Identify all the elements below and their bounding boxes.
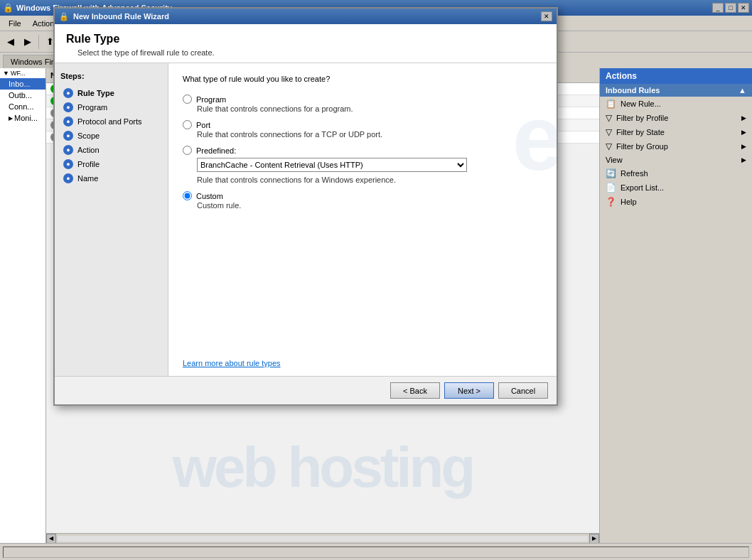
step-scope[interactable]: ● Scope — [60, 129, 162, 143]
step-rule-type[interactable]: ● Rule Type — [60, 86, 162, 100]
radio-option-predefined: Predefined: BranchCache - Content Retrie… — [183, 146, 542, 184]
radio-desc-predefined: Rule that controls connections for a Win… — [183, 176, 542, 184]
step-protocol-ports[interactable]: ● Protocol and Ports — [60, 114, 162, 129]
step-label-program: Program — [77, 103, 107, 112]
radio-input-predefined[interactable] — [183, 146, 192, 155]
radio-label-program[interactable]: Program — [183, 95, 542, 104]
radio-input-port[interactable] — [183, 120, 192, 129]
step-name[interactable]: ● Name — [60, 171, 162, 185]
content-question: What type of rule would you like to crea… — [183, 75, 542, 83]
radio-text-predefined: Predefined: — [196, 146, 236, 155]
learn-more-link[interactable]: Learn more about rule types — [183, 359, 281, 367]
dialog-title-icon: 🔒 — [59, 12, 69, 21]
step-label-action: Action — [77, 146, 100, 154]
wizard-page-subtitle: Select the type of firewall rule to crea… — [66, 48, 545, 57]
step-program[interactable]: ● Program — [60, 100, 162, 114]
step-bullet-profile: ● — [63, 159, 73, 169]
content-panel: e What type of rule would you like to cr… — [168, 63, 557, 376]
radio-group: Program Rule that controls connections f… — [183, 95, 542, 210]
steps-label: Steps: — [60, 72, 162, 80]
step-bullet-program: ● — [63, 102, 73, 112]
step-bullet-name: ● — [63, 173, 73, 183]
dialog-overlay: 🔒 New Inbound Rule Wizard ✕ Rule Type Se… — [0, 0, 752, 560]
radio-text-program: Program — [196, 95, 226, 104]
step-bullet-scope: ● — [63, 131, 73, 141]
dialog-title-bar: 🔒 New Inbound Rule Wizard ✕ — [55, 9, 557, 24]
step-label-scope: Scope — [77, 131, 100, 140]
radio-option-program: Program Rule that controls connections f… — [183, 95, 542, 113]
dialog-title-label: New Inbound Rule Wizard — [73, 12, 169, 21]
radio-desc-port: Rule that controls connections for a TCP… — [183, 130, 542, 139]
wizard-dialog: 🔒 New Inbound Rule Wizard ✕ Rule Type Se… — [53, 7, 558, 406]
next-button[interactable]: Next > — [444, 382, 494, 399]
dialog-close-button[interactable]: ✕ — [541, 11, 552, 21]
wizard-header: Rule Type Select the type of firewall ru… — [55, 24, 557, 63]
step-label-name: Name — [77, 174, 98, 183]
step-action[interactable]: ● Action — [60, 143, 162, 157]
predefined-dropdown-row: BranchCache - Content Retrieval (Uses HT… — [183, 158, 542, 172]
step-bullet-rule-type: ● — [63, 88, 73, 98]
step-label-rule-type: Rule Type — [77, 89, 114, 97]
step-label-protocol: Protocol and Ports — [77, 117, 142, 126]
step-profile[interactable]: ● Profile — [60, 157, 162, 171]
radio-option-custom: Custom Custom rule. — [183, 191, 542, 210]
wizard-body: Steps: ● Rule Type ● Program ● Protocol … — [55, 63, 557, 376]
wizard-footer: < Back Next > Cancel — [55, 376, 557, 404]
radio-label-custom[interactable]: Custom — [183, 191, 542, 200]
cancel-button[interactable]: Cancel — [498, 382, 548, 399]
radio-text-port: Port — [196, 121, 210, 129]
radio-text-custom: Custom — [196, 192, 223, 200]
radio-desc-custom: Custom rule. — [183, 201, 542, 210]
step-bullet-action: ● — [63, 145, 73, 155]
radio-input-program[interactable] — [183, 95, 192, 104]
back-button[interactable]: < Back — [390, 382, 440, 399]
radio-input-custom[interactable] — [183, 191, 192, 200]
step-label-profile: Profile — [77, 160, 100, 168]
steps-panel: Steps: ● Rule Type ● Program ● Protocol … — [55, 63, 168, 376]
step-bullet-protocol: ● — [63, 117, 73, 126]
radio-desc-program: Rule that controls connections for a pro… — [183, 104, 542, 113]
radio-label-predefined[interactable]: Predefined: — [183, 146, 542, 155]
wizard-page-title: Rule Type — [66, 33, 545, 45]
radio-label-port[interactable]: Port — [183, 120, 542, 129]
predefined-dropdown[interactable]: BranchCache - Content Retrieval (Uses HT… — [197, 158, 467, 172]
radio-option-port: Port Rule that controls connections for … — [183, 120, 542, 139]
